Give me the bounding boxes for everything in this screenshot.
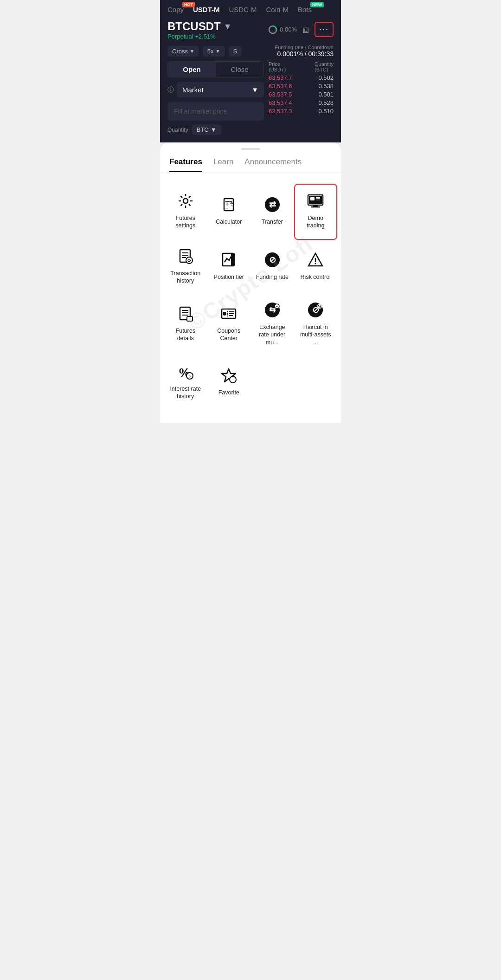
tab-bots[interactable]: Bots NEW: [298, 6, 312, 13]
haircut-icon: ⊘ %: [307, 301, 324, 319]
svg-text:–: –: [225, 206, 228, 211]
coupons-center-label: CouponsCenter: [217, 327, 240, 342]
open-tab[interactable]: Open: [168, 62, 216, 77]
risk-control-label: Risk control: [301, 273, 331, 281]
interest-rate-icon: % ○: [177, 363, 194, 380]
tab-usdc-m[interactable]: USDC-M: [229, 6, 257, 13]
transaction-history-label: Transactionhistory: [170, 270, 200, 285]
tab-usdt-m[interactable]: USDT-M: [193, 6, 220, 13]
leverage-arrow: ▼: [216, 49, 220, 54]
feature-tabs: Features Learn Announcements: [160, 157, 341, 173]
svg-text:÷: ÷: [230, 200, 234, 207]
pair-title[interactable]: BTCUSDT ▼: [167, 20, 231, 33]
futures-details-icon: [177, 305, 194, 322]
nav-tabs: Copy HOT USDT-M USDC-M Coin-M Bots NEW: [167, 6, 334, 13]
interest-rate-label: Interest ratehistory: [170, 385, 201, 400]
haircut-label: Haircut inmulti-assets ...: [298, 323, 334, 346]
menu-position-tier[interactable]: Position tier: [207, 240, 251, 294]
favorite-label: Favorite: [218, 389, 239, 396]
ob-row-5: 63,537.3 0.510: [269, 108, 334, 115]
order-book: Price(USDT) Quantity(BTC) 63,537.7 0.502…: [269, 61, 334, 135]
svg-text:%: %: [318, 304, 321, 309]
favorite-icon: [220, 367, 238, 384]
svg-rect-31: [231, 253, 235, 266]
menu-futures-settings[interactable]: Futuressettings: [164, 184, 207, 240]
pair-subtitle: Perpetual +2.51%: [167, 33, 231, 40]
open-close-tabs: Open Close: [167, 61, 264, 77]
tab-copy[interactable]: Copy HOT: [167, 6, 184, 13]
quantity-label: Quantity: [167, 127, 188, 133]
new-badge: NEW: [310, 2, 324, 7]
exchange-rate-icon: ⇆ •: [263, 301, 281, 319]
btc-badge[interactable]: BTC ▼: [192, 124, 221, 135]
market-arrow: ▼: [251, 86, 258, 94]
svg-text:⇄: ⇄: [269, 200, 276, 209]
cross-selector[interactable]: Cross ▼: [167, 46, 199, 57]
menu-coupons-center[interactable]: CouponsCenter: [207, 294, 251, 355]
svg-line-6: [180, 196, 182, 198]
pair-dropdown-arrow[interactable]: ▼: [224, 22, 232, 32]
menu-interest-rate[interactable]: % ○ Interest ratehistory: [164, 355, 207, 410]
ob-row-4: 63,537.4 0.528: [269, 99, 334, 106]
svg-line-9: [180, 204, 182, 206]
menu-risk-control[interactable]: Risk control: [294, 240, 338, 294]
menu-calculator[interactable]: + ÷ – Calculator: [207, 184, 251, 240]
bottom-sheet: ©Crypto Lofi Features Learn Announcement…: [160, 142, 341, 423]
menu-transfer[interactable]: ⇄ Transfer: [250, 184, 294, 240]
funding-rate-value: 0.0001% / 00:39:33: [275, 50, 334, 58]
funding-rate-label: Funding rate: [256, 273, 289, 281]
menu-exchange-rate[interactable]: ⇆ • Exchangerate under mu...: [250, 294, 294, 355]
menu-funding-rate[interactable]: ⊘ Funding rate: [250, 240, 294, 294]
futures-details-label: Futures details: [167, 327, 204, 342]
svg-text:○: ○: [188, 374, 191, 379]
sheet-handle: [241, 148, 260, 150]
ob-row-3: 63,537.5 0.501: [269, 91, 334, 98]
svg-text:•: •: [276, 304, 277, 309]
ring-icon: [268, 25, 278, 35]
menu-demo-trading[interactable]: Demo trading: [294, 184, 338, 240]
tab-learn[interactable]: Learn: [213, 157, 233, 172]
btc-arrow: ▼: [211, 126, 217, 133]
svg-line-7: [189, 204, 191, 206]
funding-status: 0.00%: [268, 25, 297, 35]
ob-row-1: 63,537.7 0.502: [269, 74, 334, 81]
svg-point-1: [183, 199, 188, 203]
transfer-icon: ⇄: [263, 196, 281, 213]
position-tier-icon: [220, 251, 238, 269]
ob-row-2: 63,537.6 0.538: [269, 83, 334, 90]
svg-text:⊘: ⊘: [269, 255, 276, 264]
transfer-label: Transfer: [262, 218, 283, 226]
s-badge: S: [229, 46, 242, 57]
svg-text:⟳: ⟳: [187, 258, 192, 263]
funding-rate-icon: ⊘: [263, 251, 281, 269]
close-tab[interactable]: Close: [216, 62, 263, 77]
menu-futures-details[interactable]: Futures details: [164, 294, 207, 355]
menu-grid: Futuressettings + ÷ – Calculator ⇄: [160, 184, 341, 409]
funding-percent: 0.00%: [280, 26, 297, 33]
risk-control-icon: [307, 251, 324, 269]
menu-transaction-history[interactable]: ⟳ Transactionhistory: [164, 240, 207, 294]
svg-point-43: [223, 312, 226, 316]
demo-trading-icon: [307, 192, 324, 210]
cross-arrow: ▼: [190, 49, 194, 54]
tab-announcements[interactable]: Announcements: [244, 157, 302, 172]
svg-point-36: [315, 263, 316, 264]
calculator-icon: + ÷ –: [220, 196, 238, 213]
demo-trading-label: Demo trading: [299, 214, 333, 230]
tab-coin-m[interactable]: Coin-M: [266, 6, 289, 13]
tab-features[interactable]: Features: [169, 157, 202, 172]
market-selector[interactable]: Market ▼: [177, 82, 264, 97]
position-tier-label: Position tier: [214, 273, 244, 281]
svg-rect-21: [310, 197, 315, 200]
more-button[interactable]: ···: [315, 22, 334, 37]
futures-settings-label: Futuressettings: [175, 214, 195, 230]
svg-line-8: [189, 196, 191, 198]
funding-rate-label: Funding rate / Countdown: [275, 45, 334, 50]
svg-rect-23: [316, 200, 320, 200]
svg-rect-22: [316, 197, 320, 199]
menu-haircut[interactable]: ⊘ % Haircut inmulti-assets ...: [294, 294, 338, 355]
price-input[interactable]: Fill at market price: [167, 102, 264, 121]
leverage-selector[interactable]: 5x ▼: [203, 46, 225, 57]
menu-favorite[interactable]: Favorite: [207, 355, 251, 410]
chart-icon[interactable]: ⧈: [302, 24, 309, 36]
